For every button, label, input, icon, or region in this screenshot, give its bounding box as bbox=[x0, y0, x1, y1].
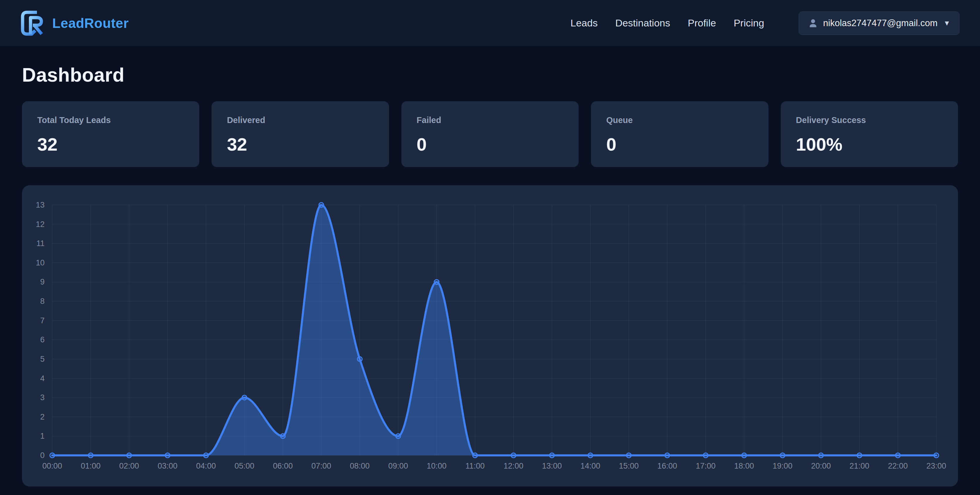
svg-text:22:00: 22:00 bbox=[888, 461, 908, 470]
svg-text:06:00: 06:00 bbox=[273, 461, 293, 470]
svg-text:4: 4 bbox=[40, 374, 45, 383]
stat-card-total-today-leads: Total Today Leads32 bbox=[22, 101, 199, 167]
stat-card-queue: Queue0 bbox=[591, 101, 768, 167]
svg-text:21:00: 21:00 bbox=[850, 461, 869, 470]
stat-value: 32 bbox=[37, 134, 184, 155]
leads-by-hour-chart: 01234567891011121300:0001:0002:0003:0004… bbox=[22, 185, 958, 487]
top-nav-bar: LeadRouter LeadsDestinationsProfilePrici… bbox=[0, 0, 980, 46]
grid-lines bbox=[52, 205, 936, 455]
svg-text:16:00: 16:00 bbox=[657, 461, 677, 470]
stat-card-delivery-success: Delivery Success100% bbox=[781, 101, 958, 167]
svg-text:01:00: 01:00 bbox=[81, 461, 101, 470]
stat-value: 0 bbox=[417, 134, 563, 155]
svg-text:6: 6 bbox=[40, 335, 45, 344]
svg-text:3: 3 bbox=[40, 393, 45, 402]
svg-text:12: 12 bbox=[36, 220, 45, 229]
svg-text:7: 7 bbox=[40, 316, 45, 325]
svg-text:18:00: 18:00 bbox=[734, 461, 754, 470]
account-email: nikolas2747477@gmail.com bbox=[823, 18, 937, 29]
brand-link[interactable]: LeadRouter bbox=[18, 8, 129, 38]
stat-card-delivered: Delivered32 bbox=[212, 101, 389, 167]
stat-label: Total Today Leads bbox=[37, 115, 184, 125]
brand-name: LeadRouter bbox=[52, 15, 129, 31]
svg-text:05:00: 05:00 bbox=[234, 461, 255, 470]
stat-label: Delivered bbox=[227, 115, 374, 125]
svg-text:11: 11 bbox=[37, 239, 45, 248]
leadrouter-logo-icon bbox=[18, 8, 48, 38]
svg-text:00:00: 00:00 bbox=[42, 461, 62, 470]
svg-text:10:00: 10:00 bbox=[426, 461, 447, 470]
svg-text:04:00: 04:00 bbox=[196, 461, 216, 470]
nav-item-profile[interactable]: Profile bbox=[688, 17, 716, 29]
svg-text:10: 10 bbox=[36, 259, 45, 267]
svg-text:9: 9 bbox=[40, 278, 45, 286]
area-fill bbox=[52, 205, 936, 455]
svg-text:2: 2 bbox=[40, 412, 45, 421]
y-axis-labels: 012345678910111213 bbox=[36, 201, 45, 460]
x-axis-labels: 00:0001:0002:0003:0004:0005:0006:0007:00… bbox=[42, 461, 946, 470]
svg-text:8: 8 bbox=[40, 297, 45, 306]
stat-value: 32 bbox=[227, 134, 374, 155]
svg-text:0: 0 bbox=[40, 451, 45, 460]
account-menu-button[interactable]: nikolas2747477@gmail.com ▼ bbox=[799, 11, 959, 35]
svg-text:17:00: 17:00 bbox=[696, 461, 716, 470]
svg-text:07:00: 07:00 bbox=[311, 461, 331, 470]
svg-text:20:00: 20:00 bbox=[811, 461, 831, 470]
svg-text:13:00: 13:00 bbox=[542, 461, 562, 470]
main-nav: LeadsDestinationsProfilePricing bbox=[570, 17, 764, 29]
svg-text:09:00: 09:00 bbox=[388, 461, 408, 470]
stat-label: Failed bbox=[417, 115, 563, 125]
stat-label: Queue bbox=[606, 115, 753, 125]
user-icon bbox=[808, 18, 818, 29]
stat-value: 0 bbox=[606, 134, 753, 155]
page-title: Dashboard bbox=[22, 64, 958, 86]
stat-label: Delivery Success bbox=[796, 115, 943, 125]
svg-text:12:00: 12:00 bbox=[503, 461, 523, 470]
svg-text:23:00: 23:00 bbox=[926, 461, 946, 470]
caret-down-icon: ▼ bbox=[943, 19, 950, 27]
svg-text:5: 5 bbox=[40, 354, 45, 364]
svg-text:13: 13 bbox=[36, 201, 45, 209]
svg-text:19:00: 19:00 bbox=[773, 461, 792, 470]
stat-card-failed: Failed0 bbox=[401, 101, 579, 167]
svg-text:14:00: 14:00 bbox=[581, 461, 600, 470]
svg-text:08:00: 08:00 bbox=[350, 461, 370, 470]
chart-canvas: 01234567891011121300:0001:0002:0003:0004… bbox=[22, 185, 958, 487]
nav-item-destinations[interactable]: Destinations bbox=[615, 17, 670, 29]
svg-text:15:00: 15:00 bbox=[619, 461, 639, 470]
svg-text:1: 1 bbox=[40, 431, 45, 441]
series-line bbox=[52, 205, 936, 455]
stats-cards: Total Today Leads32Delivered32Failed0Que… bbox=[22, 101, 958, 167]
nav-item-leads[interactable]: Leads bbox=[570, 17, 598, 29]
nav-item-pricing[interactable]: Pricing bbox=[733, 17, 764, 29]
svg-text:02:00: 02:00 bbox=[119, 461, 139, 470]
dashboard-page: Dashboard Total Today Leads32Delivered32… bbox=[0, 64, 980, 487]
svg-text:03:00: 03:00 bbox=[158, 461, 178, 470]
stat-value: 100% bbox=[796, 134, 943, 155]
data-point-markers bbox=[50, 203, 939, 458]
svg-text:11:00: 11:00 bbox=[465, 461, 485, 470]
